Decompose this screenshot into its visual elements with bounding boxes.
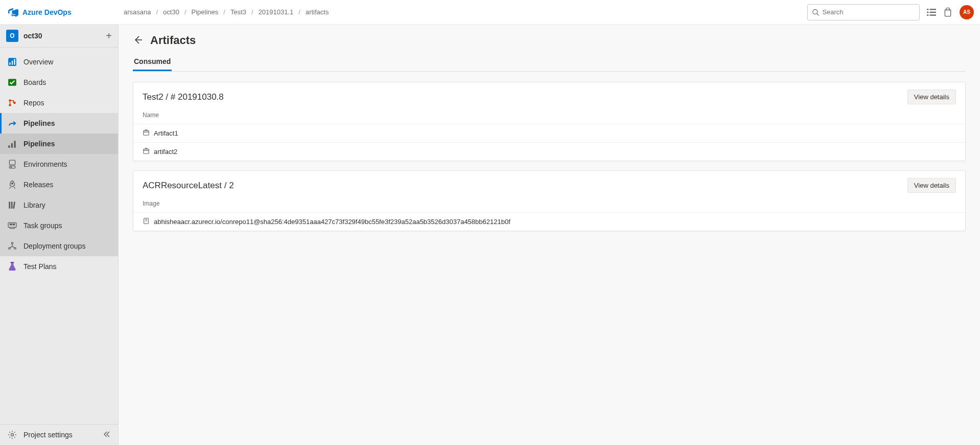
- top-header: Azure DevOps arsasana/oct30/Pipelines/Te…: [0, 0, 980, 25]
- library-icon: [7, 200, 17, 210]
- sidebar-item-label: Pipelines: [24, 140, 55, 148]
- svg-rect-32: [11, 262, 14, 263]
- svg-rect-10: [12, 61, 13, 65]
- sidebar-item-label: Repos: [24, 99, 44, 107]
- search-icon: [812, 8, 819, 16]
- svg-rect-27: [10, 224, 12, 225]
- sidebar-item-overview[interactable]: Overview: [0, 52, 118, 72]
- view-details-button[interactable]: View details: [907, 178, 956, 193]
- repos-icon: [7, 98, 17, 108]
- sidebar-item-boards[interactable]: Boards: [0, 72, 118, 93]
- svg-rect-25: [13, 202, 15, 209]
- svg-rect-17: [11, 143, 13, 148]
- search-input[interactable]: [822, 8, 915, 16]
- svg-rect-7: [930, 14, 936, 15]
- breadcrumb-separator: /: [184, 8, 186, 16]
- breadcrumb-segment[interactable]: artifacts: [306, 8, 329, 16]
- header-right: AS: [807, 4, 974, 20]
- column-header: Name: [133, 108, 965, 124]
- nav-list: OverviewBoardsReposPipelinesPipelinesEnv…: [0, 48, 118, 424]
- azure-devops-icon: [8, 7, 18, 17]
- artifact-row-label: Artifact1: [154, 129, 178, 137]
- avatar[interactable]: AS: [960, 5, 974, 19]
- image-icon: [143, 217, 150, 226]
- sidebar-item-taskgroups[interactable]: Task groups: [0, 215, 118, 236]
- svg-point-0: [813, 9, 818, 14]
- list-icon[interactable]: [927, 8, 936, 17]
- sub-pipelines-icon: [7, 139, 17, 149]
- breadcrumb-separator: /: [298, 8, 300, 16]
- svg-rect-35: [144, 149, 149, 154]
- product-name: Azure DevOps: [22, 8, 72, 16]
- breadcrumb: arsasana/oct30/Pipelines/Test3/20191031.…: [124, 8, 807, 16]
- search-box[interactable]: [807, 4, 920, 20]
- sidebar-item-sub-pipelines[interactable]: Pipelines: [0, 134, 118, 154]
- collapse-icon[interactable]: [103, 430, 111, 440]
- deploymentgroups-icon: [7, 241, 17, 251]
- breadcrumb-separator: /: [223, 8, 225, 16]
- logo-area[interactable]: Azure DevOps: [6, 7, 119, 17]
- project-header[interactable]: O oct30 +: [0, 25, 118, 48]
- artifact-row[interactable]: abhisheaacr.azurecr.io/conrepo11@sha256:…: [133, 212, 965, 231]
- project-settings[interactable]: Project settings: [0, 424, 118, 445]
- svg-rect-18: [14, 141, 15, 148]
- artifact-card: ACRResourceLatest / 2View detailsImageab…: [133, 170, 966, 231]
- project-badge: O: [6, 30, 18, 42]
- artifact-icon: [143, 147, 150, 156]
- svg-rect-34: [144, 131, 149, 136]
- tab-consumed[interactable]: Consumed: [133, 53, 172, 71]
- breadcrumb-segment[interactable]: oct30: [163, 8, 179, 16]
- artifact-row[interactable]: artifact2: [133, 142, 965, 161]
- back-arrow-icon[interactable]: [133, 35, 143, 47]
- svg-rect-26: [8, 222, 16, 227]
- svg-point-13: [9, 99, 11, 102]
- sidebar-item-testplans[interactable]: Test Plans: [0, 256, 118, 277]
- svg-rect-4: [927, 11, 928, 12]
- artifact-card: Test2 / # 20191030.8View detailsNameArti…: [133, 82, 966, 161]
- svg-rect-9: [9, 62, 10, 65]
- artifact-row-label: abhisheaacr.azurecr.io/conrepo11@sha256:…: [154, 218, 510, 226]
- page-header: Artifacts: [133, 34, 966, 47]
- overview-icon: [7, 57, 17, 67]
- card-header: ACRResourceLatest / 2View details: [133, 171, 965, 197]
- svg-line-1: [817, 13, 819, 15]
- sidebar-item-label: Releases: [24, 181, 53, 189]
- shopping-bag-icon[interactable]: [943, 8, 952, 17]
- sidebar-item-library[interactable]: Library: [0, 195, 118, 215]
- sidebar-item-label: Environments: [24, 160, 67, 168]
- sidebar-item-label: Boards: [24, 78, 46, 86]
- breadcrumb-segment[interactable]: arsasana: [124, 8, 151, 16]
- gear-icon: [7, 430, 17, 440]
- column-header: Image: [133, 197, 965, 212]
- svg-point-14: [9, 104, 11, 106]
- svg-point-33: [11, 434, 14, 436]
- sidebar-item-repos[interactable]: Repos: [0, 93, 118, 113]
- svg-rect-20: [9, 166, 15, 168]
- sidebar-item-deploymentgroups[interactable]: Deployment groups: [0, 236, 118, 256]
- sidebar-item-label: Pipelines: [24, 119, 55, 127]
- sidebar-item-pipelines[interactable]: Pipelines: [0, 113, 118, 134]
- breadcrumb-segment[interactable]: Pipelines: [192, 8, 219, 16]
- artifact-icon: [143, 129, 150, 138]
- card-title: ACRResourceLatest / 2: [143, 181, 907, 191]
- artifact-row-label: artifact2: [154, 148, 177, 155]
- svg-rect-11: [14, 59, 15, 64]
- environments-icon: [7, 159, 17, 169]
- breadcrumb-segment[interactable]: 20191031.1: [259, 8, 294, 16]
- boards-icon: [7, 77, 17, 87]
- artifact-row[interactable]: Artifact1: [133, 124, 965, 142]
- sidebar-item-environments[interactable]: Environments: [0, 154, 118, 174]
- page-title: Artifacts: [150, 34, 196, 47]
- card-title: Test2 / # 20191030.8: [143, 92, 907, 102]
- taskgroups-icon: [7, 220, 17, 231]
- sidebar: O oct30 + OverviewBoardsReposPipelinesPi…: [0, 25, 119, 445]
- svg-rect-3: [930, 9, 936, 10]
- sidebar-item-releases[interactable]: Releases: [0, 174, 118, 195]
- svg-rect-6: [927, 14, 928, 15]
- sidebar-item-label: Library: [24, 201, 45, 209]
- releases-icon: [7, 180, 17, 190]
- view-details-button[interactable]: View details: [907, 90, 956, 104]
- testplans-icon: [7, 261, 17, 272]
- breadcrumb-segment[interactable]: Test3: [230, 8, 246, 16]
- add-icon[interactable]: +: [106, 30, 112, 42]
